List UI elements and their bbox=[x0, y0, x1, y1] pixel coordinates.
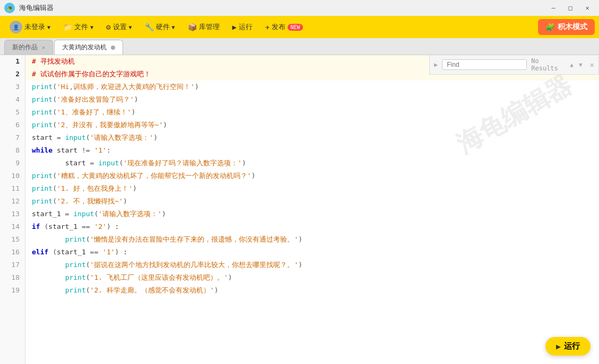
line-number: 10 bbox=[0, 170, 25, 182]
library-icon: 📦 bbox=[188, 23, 197, 31]
line-number: 11 bbox=[0, 182, 25, 195]
line-number: 19 bbox=[0, 284, 25, 297]
minimize-button[interactable]: — bbox=[546, 3, 561, 13]
code-line: print('2、并没有，我要傲娇地再等等~') bbox=[25, 119, 599, 131]
settings-menu[interactable]: ⚙️ 设置 ▼ bbox=[101, 20, 137, 34]
publish-menu[interactable]: ✈ 发布 NEW bbox=[260, 20, 308, 34]
find-input[interactable] bbox=[442, 59, 527, 70]
publish-badge: NEW bbox=[288, 24, 302, 31]
line-number: 14 bbox=[0, 220, 25, 233]
code-line: start = input('请输入数字选项：') bbox=[25, 131, 599, 144]
line-number: 7 bbox=[0, 131, 25, 144]
line-number: 2 bbox=[0, 68, 25, 81]
app-title: 海龟编辑器 bbox=[19, 3, 54, 13]
code-line: if (start_1 == '2') : bbox=[25, 220, 599, 233]
search-close-button[interactable]: ✕ bbox=[590, 60, 594, 69]
code-line: print('1. 好，包在我身上！') bbox=[25, 182, 599, 195]
library-label: 库管理 bbox=[199, 22, 220, 32]
user-avatar: 👤 bbox=[10, 21, 22, 33]
search-nav: ▲ ▼ bbox=[568, 60, 584, 69]
hardware-menu[interactable]: 🔧 硬件 ▼ bbox=[140, 20, 180, 34]
user-dropdown-icon: ▼ bbox=[47, 24, 50, 30]
maximize-button[interactable]: □ bbox=[563, 3, 578, 13]
library-menu[interactable]: 📦 库管理 bbox=[183, 20, 225, 34]
app-icon: 🐢 bbox=[4, 3, 15, 13]
search-prev-icon[interactable]: ▲ bbox=[568, 60, 576, 69]
line-number: 1 bbox=[0, 55, 25, 68]
line-number: 4 bbox=[0, 93, 25, 106]
run-fab-icon: ▶ bbox=[556, 342, 561, 351]
menu-bar: 👤 未登录 ▼ 📁 文件 ▼ ⚙️ 设置 ▼ 🔧 硬件 ▼ 📦 库管理 ▶ 运行… bbox=[0, 16, 599, 38]
settings-icon: ⚙️ bbox=[106, 23, 110, 31]
tab-big-chicken-dot bbox=[111, 46, 115, 50]
line-number: 16 bbox=[0, 246, 25, 259]
line-number: 9 bbox=[0, 157, 25, 170]
publish-icon: ✈ bbox=[265, 23, 270, 31]
file-icon: 📁 bbox=[63, 23, 72, 31]
tab-big-chicken[interactable]: 大黄鸡的发动机 bbox=[54, 40, 123, 55]
code-line: print('Hi,训练师，欢迎进入大黄鸡的飞行空间！') bbox=[25, 81, 599, 93]
run-fab-button[interactable]: ▶ 运行 bbox=[545, 337, 591, 356]
code-line: print('2. 不，我懒得找~') bbox=[25, 195, 599, 208]
search-next-icon[interactable]: ▼ bbox=[577, 60, 585, 69]
run-label: 运行 bbox=[239, 22, 253, 32]
file-label: 文件 bbox=[74, 22, 88, 32]
publish-label: 发布 bbox=[272, 22, 285, 32]
search-bar: ▶ No Results ▲ ▼ ✕ bbox=[429, 55, 599, 75]
hardware-dropdown-icon: ▼ bbox=[172, 24, 175, 30]
tab-new-work[interactable]: 新的作品 ✕ bbox=[4, 40, 53, 55]
hardware-label: 硬件 bbox=[156, 22, 170, 32]
code-line: elif (start_1 == '1') : bbox=[25, 246, 599, 259]
line-number: 6 bbox=[0, 119, 25, 131]
line-number: 12 bbox=[0, 195, 25, 208]
line-number: 15 bbox=[0, 233, 25, 246]
close-button[interactable]: ✕ bbox=[580, 3, 595, 13]
editor-wrapper: ▶ No Results ▲ ▼ ✕ 123456789101112131415… bbox=[0, 55, 599, 364]
code-line: print('准备好出发冒险了吗？') bbox=[25, 93, 599, 106]
code-area[interactable]: # 寻找发动机# 试试创作属于你自己的文字游戏吧！print('Hi,训练师，欢… bbox=[25, 55, 599, 364]
code-line: start = input('现在准备好了吗？请输入数字选项：') bbox=[25, 157, 599, 170]
block-mode-label: 积木模式 bbox=[558, 22, 587, 32]
line-number: 3 bbox=[0, 81, 25, 93]
run-menu[interactable]: ▶ 运行 bbox=[227, 20, 258, 34]
code-line: print('懒惰是没有办法在冒险中生存下来的，很遗憾，你没有通过考验。') bbox=[25, 233, 599, 246]
user-label: 未登录 bbox=[24, 22, 45, 32]
settings-dropdown-icon: ▼ bbox=[129, 24, 132, 30]
run-icon: ▶ bbox=[232, 23, 237, 31]
line-number: 5 bbox=[0, 106, 25, 119]
code-line: print('糟糕，大黄鸡的发动机坏了，你能帮它找一个新的发动机吗？') bbox=[25, 170, 599, 182]
tab-new-work-close[interactable]: ✕ bbox=[42, 45, 45, 50]
file-dropdown-icon: ▼ bbox=[90, 24, 93, 30]
user-menu[interactable]: 👤 未登录 ▼ bbox=[4, 19, 56, 35]
code-line: print('2. 科学走廊。（感觉不会有发动机）') bbox=[25, 284, 599, 297]
line-number: 13 bbox=[0, 208, 25, 220]
code-line: print('1、准备好了，继续！') bbox=[25, 106, 599, 119]
tabs-bar: 新的作品 ✕ 大黄鸡的发动机 bbox=[0, 38, 599, 55]
run-fab-label: 运行 bbox=[564, 341, 580, 351]
tab-new-work-label: 新的作品 bbox=[12, 43, 38, 52]
window-controls: — □ ✕ bbox=[546, 3, 595, 13]
block-mode-button[interactable]: 🧩 积木模式 bbox=[538, 19, 595, 35]
hardware-icon: 🔧 bbox=[145, 23, 154, 31]
code-line: print('据说在这两个地方找到发动机的几率比较大，你想去哪里找呢？。') bbox=[25, 259, 599, 271]
line-number: 18 bbox=[0, 271, 25, 284]
settings-label: 设置 bbox=[113, 22, 127, 32]
search-no-results: No Results bbox=[531, 57, 563, 72]
file-menu[interactable]: 📁 文件 ▼ bbox=[58, 20, 99, 34]
code-line: print('1. 飞机工厂（这里应该会有发动机吧）。') bbox=[25, 271, 599, 284]
title-bar: 🐢 海龟编辑器 — □ ✕ bbox=[0, 0, 599, 16]
block-mode-icon: 🧩 bbox=[545, 23, 554, 31]
search-arrow-icon: ▶ bbox=[434, 61, 438, 68]
code-line: while start != '1': bbox=[25, 144, 599, 157]
line-number: 17 bbox=[0, 259, 25, 271]
line-numbers: 12345678910111213141516171819 bbox=[0, 55, 25, 364]
code-line: start_1 = input('请输入数字选项：') bbox=[25, 208, 599, 220]
tab-big-chicken-label: 大黄鸡的发动机 bbox=[62, 43, 107, 52]
line-number: 8 bbox=[0, 144, 25, 157]
